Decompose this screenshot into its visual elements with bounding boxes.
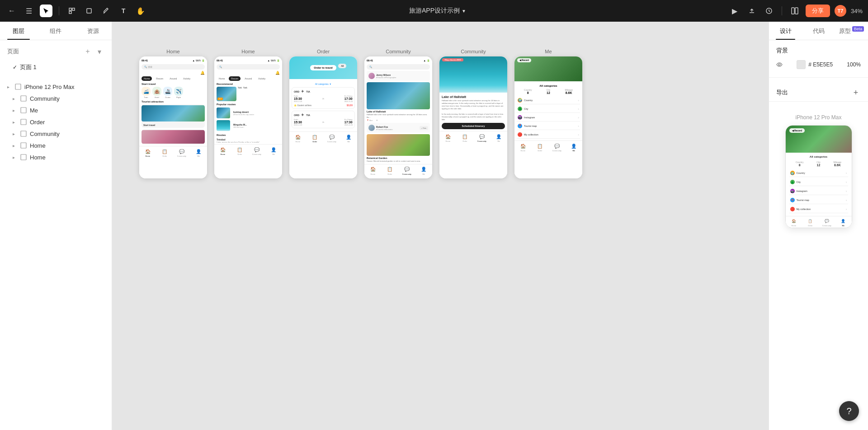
nav-activity[interactable]: Activity <box>256 76 268 81</box>
route-row3[interactable]: Trinidad Cuba, across the sea from Flori… <box>217 137 280 144</box>
nav-tab-around[interactable]: Around <box>167 76 179 81</box>
route-row1[interactable]: kumtag desert 20 km from the city center <box>217 107 280 119</box>
flight-card-1[interactable]: ORD ✈ TIA Krabi 15:30 2021-2-23 <box>292 87 355 109</box>
tab-layers[interactable]: 图层 <box>0 22 37 40</box>
layer-community-1[interactable]: ▸ Community <box>0 93 112 104</box>
icon-hotel[interactable]: 🏨 Hotel <box>152 87 161 98</box>
canvas[interactable]: Home 09:41 ▲WiFi🔋 🔍搜索 <box>112 22 769 430</box>
preview-bottom-order[interactable]: 📋Order <box>802 218 819 227</box>
search-bar-c1[interactable]: 🔍 <box>367 64 430 70</box>
nav-tab-home[interactable]: Home <box>142 76 152 81</box>
garden-post[interactable]: Botanical Garden Xiamen Wanshi botanical… <box>367 134 430 163</box>
bottom-home-c2[interactable]: 🏠Home <box>439 133 457 142</box>
bottom-me-me[interactable]: 👤Me <box>566 143 583 152</box>
bottom-me-o[interactable]: 👤Me <box>340 134 358 143</box>
bottom-me[interactable]: 👤Me <box>265 146 283 155</box>
layer-iphone[interactable]: ▸ iPhone 12 Pro Max <box>0 81 112 93</box>
icon-cruise[interactable]: 🚢 Cruise <box>163 87 172 98</box>
preview-menu-city[interactable]: 🌲 City › <box>789 178 848 186</box>
help-button[interactable]: ? <box>839 401 859 421</box>
menu-collection[interactable]: ❤️ My collection › <box>517 131 580 139</box>
icon-train[interactable]: 🚄 Train <box>142 87 151 98</box>
bottom-me-c2[interactable]: 👤Me <box>491 133 508 142</box>
upload-icon[interactable] <box>745 5 758 17</box>
order-filter[interactable]: All categories ▼ <box>292 83 355 85</box>
layer-home-1[interactable]: ▸ Home <box>0 140 112 151</box>
bottom-community-c1[interactable]: 💬Community <box>398 166 415 175</box>
select-tool[interactable] <box>40 5 52 17</box>
menu-instagram[interactable]: 📷 Instagram › <box>517 114 580 122</box>
text-tool[interactable]: T <box>117 5 130 17</box>
schedule-btn[interactable]: Scheduled Itinerary <box>442 123 505 129</box>
share-button[interactable]: 分享 <box>806 5 830 17</box>
user-avatar[interactable]: T7 <box>835 5 846 17</box>
record-btn[interactable]: ◀ Record <box>789 128 805 133</box>
tab-components[interactable]: 组件 <box>37 22 74 40</box>
rp-color-swatch[interactable]: # E5E5E5 <box>797 60 833 69</box>
bottom-community-me[interactable]: 💬Community <box>548 143 566 152</box>
search-bar-home1[interactable]: 🔍搜索 <box>142 64 205 70</box>
robert-card[interactable]: Robert Fox ●Traveler ●Illustrator + How <box>367 123 430 133</box>
layer-order[interactable]: ▸ Order <box>0 116 112 128</box>
rp-tab-design[interactable]: 设计 <box>769 22 802 40</box>
layer-me[interactable]: ▸ Me <box>0 104 112 116</box>
preview-bottom-home[interactable]: 🏠Home <box>786 218 802 227</box>
bottom-nav-order[interactable]: 📋Order <box>156 148 174 157</box>
bottom-order-o[interactable]: 📋Order <box>307 134 324 143</box>
expand-pages-button[interactable]: ▾ <box>94 47 104 56</box>
pen-tool[interactable] <box>100 5 113 17</box>
bottom-order[interactable]: 📋Order <box>231 146 249 155</box>
page-item-1[interactable]: ✓ 页面 1 <box>11 61 101 74</box>
tourist-card2[interactable] <box>142 129 205 145</box>
menu-tourist-map[interactable]: 📍 Tourist map › <box>517 122 580 130</box>
frame-tool[interactable] <box>66 5 78 17</box>
preview-menu-instagram[interactable]: 📷 Instagram › <box>789 187 848 195</box>
preview-bottom-community[interactable]: 💬Community <box>819 218 835 227</box>
hand-tool[interactable]: ✋ <box>134 5 147 17</box>
bottom-nav-community[interactable]: 💬Community <box>173 148 190 157</box>
jenny-card[interactable]: Jenny Wilson ●Traveler ●Photographer <box>367 71 430 81</box>
tourist-card1[interactable]: Start travel <box>142 104 205 128</box>
nav-around[interactable]: Around <box>242 76 254 81</box>
document-title[interactable]: 旅游APP设计示例 ▼ <box>409 7 466 15</box>
bottom-home[interactable]: 🏠Home <box>214 146 231 155</box>
menu-country[interactable]: 🌍 Country › <box>517 97 580 104</box>
nav-recom[interactable]: Recom <box>229 76 241 81</box>
nav-home[interactable]: Home <box>217 76 227 81</box>
route-row2[interactable]: Mingsha M... 100 km from... <box>217 119 280 132</box>
bottom-community[interactable]: 💬Community <box>248 146 265 155</box>
add-page-button[interactable]: + <box>83 47 93 56</box>
flight-card-2[interactable]: ORD ✈ TIA Krabi 15:30 2021-2-23 <box>292 111 355 128</box>
menu-icon[interactable]: ☰ <box>23 5 35 17</box>
search-bar-home2[interactable]: 🔍 <box>217 64 280 70</box>
icon-flight[interactable]: ✈️ Flight <box>174 87 183 98</box>
bottom-home-c1[interactable]: 🏠Home <box>364 166 382 175</box>
bottom-order-c1[interactable]: 📋Order <box>382 166 399 175</box>
nav-tab-recom[interactable]: Recom <box>154 76 165 81</box>
rp-export-add[interactable]: + <box>851 88 861 98</box>
layer-community-2[interactable]: ▸ Community <box>0 128 112 140</box>
shape-tool[interactable] <box>83 5 95 17</box>
nav-tab-activity[interactable]: Activity <box>181 76 193 81</box>
layer-home-2[interactable]: ▸ Home <box>0 151 112 163</box>
preview-menu-country[interactable]: 🌍 Country › <box>789 169 848 177</box>
bottom-order-c2[interactable]: 📋Order <box>457 133 474 142</box>
back-button[interactable]: ← <box>5 5 18 17</box>
bottom-me-c1[interactable]: 👤Me <box>415 166 433 175</box>
clock-icon[interactable] <box>763 5 775 17</box>
bottom-community-o[interactable]: 💬Community <box>323 134 340 143</box>
lake-post[interactable]: Lake of Hallstatt Hallstatt lake is the … <box>367 82 430 122</box>
preview-menu-collection[interactable]: ❤️ My collection › <box>789 206 848 213</box>
bottom-community-c2[interactable]: 💬Community <box>473 133 491 142</box>
tab-assets[interactable]: 资源 <box>75 22 112 40</box>
rp-visibility-toggle[interactable] <box>776 61 783 68</box>
bottom-home-o[interactable]: 🏠Home <box>289 134 307 143</box>
preview-menu-tourist-map[interactable]: 📍 Tourist map › <box>789 196 848 204</box>
view-toggle[interactable] <box>788 5 801 17</box>
preview-bottom-me[interactable]: 👤Me <box>835 218 852 227</box>
bottom-nav-me[interactable]: 👤Me <box>190 148 208 157</box>
bottom-order-me[interactable]: 📋Order <box>532 143 549 152</box>
rp-color-box[interactable] <box>797 60 806 69</box>
rp-tab-prototype[interactable]: 原型Beta <box>835 22 868 40</box>
play-icon[interactable]: ▶ <box>728 5 741 17</box>
